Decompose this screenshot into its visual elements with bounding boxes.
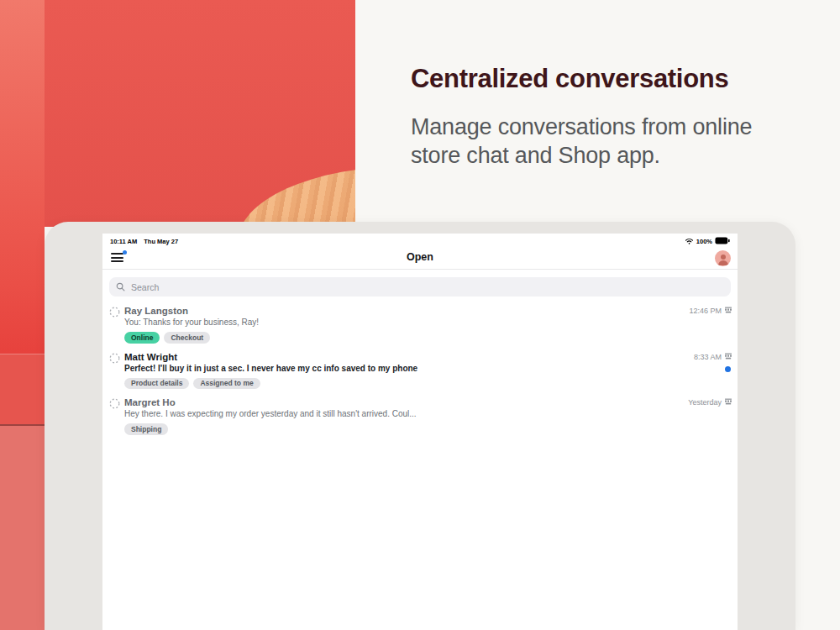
battery-icon bbox=[715, 237, 730, 246]
conversation-name: Ray Langston bbox=[124, 305, 672, 317]
tag-product-details: Product details bbox=[124, 378, 189, 390]
tag-checkout: Checkout bbox=[164, 332, 210, 344]
conversation-tags: OnlineCheckout bbox=[124, 332, 672, 344]
conversation-tags: Product detailsAssigned to me bbox=[124, 378, 672, 390]
unread-dot bbox=[725, 366, 731, 372]
hero-section: Centralized conversations Manage convers… bbox=[411, 64, 772, 170]
search-icon bbox=[116, 280, 125, 295]
app-screen: 10:11 AM Thu May 27 100% bbox=[102, 234, 738, 630]
conversation-meta: 8:33 AM bbox=[694, 352, 732, 362]
conversation-preview: You: Thanks for your business, Ray! bbox=[124, 317, 672, 328]
search-input[interactable] bbox=[129, 281, 724, 293]
status-time: 10:11 AM bbox=[110, 238, 137, 245]
user-avatar[interactable] bbox=[715, 250, 731, 266]
status-date: Thu May 27 bbox=[144, 238, 178, 245]
dashed-circle-icon bbox=[109, 397, 120, 412]
status-bar: 10:11 AM Thu May 27 100% bbox=[102, 234, 738, 248]
tag-online: Online bbox=[124, 332, 160, 344]
page-subtitle: Manage conversations from online store c… bbox=[411, 113, 772, 170]
wood-table-photo bbox=[238, 166, 355, 227]
tag-shipping: Shipping bbox=[124, 423, 168, 435]
ipad-device-frame: 10:11 AM Thu May 27 100% bbox=[45, 222, 795, 630]
tag-assigned-to-me: Assigned to me bbox=[193, 378, 260, 390]
art-strip-band bbox=[0, 354, 45, 425]
red-art-panel bbox=[45, 0, 355, 227]
battery-percent: 100% bbox=[696, 238, 712, 245]
page-title: Centralized conversations bbox=[411, 64, 772, 94]
dashed-circle-icon bbox=[109, 352, 120, 367]
conversation-preview: Perfect! I'll buy it in just a sec. I ne… bbox=[124, 363, 672, 375]
conversation-tags: Shipping bbox=[124, 423, 672, 435]
conversation-list: Ray Langston You: Thanks for your busine… bbox=[102, 303, 738, 441]
left-art-strip bbox=[0, 0, 45, 630]
conversation-name: Margret Ho bbox=[124, 396, 672, 408]
conversation-name: Matt Wright bbox=[124, 351, 672, 363]
art-strip-band bbox=[0, 424, 45, 630]
conversation-timestamp: 12:46 PM bbox=[689, 307, 722, 315]
storefront-icon bbox=[724, 306, 732, 316]
conversation-timestamp: 8:33 AM bbox=[694, 353, 722, 361]
conversation-row[interactable]: Ray Langston You: Thanks for your busine… bbox=[102, 303, 738, 349]
conversation-preview: Hey there. I was expecting my order yest… bbox=[124, 408, 672, 420]
conversation-meta: Yesterday bbox=[688, 397, 732, 407]
conversation-row[interactable]: Margret Ho Hey there. I was expecting my… bbox=[102, 395, 738, 441]
dashed-circle-icon bbox=[109, 306, 120, 321]
nav-bar: Open bbox=[102, 248, 738, 270]
storefront-icon bbox=[724, 352, 732, 362]
conversation-meta: 12:46 PM bbox=[689, 306, 732, 316]
storefront-icon bbox=[724, 397, 732, 407]
conversation-timestamp: Yesterday bbox=[688, 398, 722, 407]
screen-title: Open bbox=[102, 251, 738, 263]
conversation-row[interactable]: Matt Wright Perfect! I'll buy it in just… bbox=[102, 349, 738, 396]
wifi-icon bbox=[685, 238, 694, 246]
search-bar[interactable] bbox=[109, 277, 731, 297]
